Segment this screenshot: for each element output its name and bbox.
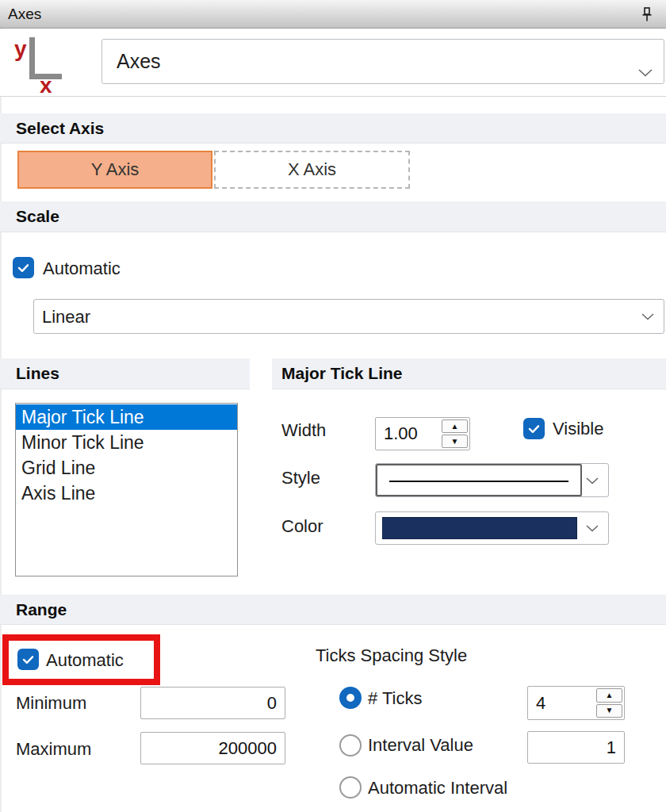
x-axis-button[interactable]: X Axis — [214, 151, 410, 189]
spin-down-button[interactable]: ▼ — [596, 704, 622, 718]
visible-checkbox[interactable] — [523, 418, 545, 439]
width-value: 1.00 — [384, 418, 418, 450]
range-section-header: Range — [0, 595, 666, 625]
num-ticks-value: 4 — [536, 687, 545, 719]
ticks-spacing-style-label: Ticks Spacing Style — [316, 645, 467, 666]
scale-heading: Scale — [16, 207, 59, 226]
interval-value-label: Interval Value — [368, 735, 473, 756]
triangle-up-icon: ▲ — [451, 423, 459, 431]
maximum-input[interactable] — [140, 732, 285, 764]
chevron-down-icon — [641, 309, 654, 324]
width-label: Width — [281, 420, 326, 441]
panel-title: Axes — [8, 6, 41, 23]
range-heading: Range — [16, 600, 67, 619]
lines-section-header: Lines — [0, 358, 250, 389]
interval-value-radio[interactable] — [339, 734, 362, 756]
automatic-interval-radio[interactable] — [339, 776, 362, 799]
visible-label: Visible — [553, 419, 603, 439]
y-axis-button[interactable]: Y Axis — [17, 151, 212, 189]
annotation-highlight-box — [2, 634, 160, 685]
scale-automatic-checkbox[interactable] — [13, 257, 34, 278]
color-label: Color — [281, 516, 323, 537]
color-swatch — [382, 517, 577, 539]
line-style-preview — [376, 464, 582, 496]
chevron-down-icon — [586, 521, 599, 535]
num-ticks-spinner[interactable]: 4 ▲ ▼ — [527, 686, 625, 720]
num-ticks-radio[interactable] — [339, 687, 362, 709]
lines-list[interactable]: Major Tick Line Minor Tick Line Grid Lin… — [15, 403, 238, 576]
chevron-down-icon — [586, 473, 599, 488]
maximum-label: Maximum — [16, 739, 91, 760]
chevron-down-icon — [638, 59, 653, 82]
list-item[interactable]: Major Tick Line — [16, 404, 237, 430]
pin-icon[interactable] — [641, 6, 653, 23]
xy-axes-icon: y x — [8, 34, 71, 98]
svg-text:x: x — [40, 73, 52, 94]
x-axis-button-label: X Axis — [288, 159, 336, 180]
triangle-down-icon: ▼ — [451, 438, 459, 446]
panel-selector-dropdown[interactable]: Axes — [101, 39, 664, 84]
triangle-up-icon: ▲ — [606, 691, 614, 699]
axes-properties-panel: Axes y x Axes Select Axis Y — [0, 0, 666, 812]
panel-titlebar: Axes — [0, 0, 666, 29]
spin-up-button[interactable]: ▲ — [442, 419, 468, 433]
scale-type-value: Linear — [42, 307, 90, 327]
lines-heading: Lines — [16, 364, 59, 383]
panel-left-border — [0, 29, 2, 812]
spin-up-button[interactable]: ▲ — [596, 688, 622, 703]
list-item[interactable]: Minor Tick Line — [16, 430, 237, 455]
width-spinner[interactable]: 1.00 ▲ ▼ — [375, 417, 470, 450]
scale-section-header: Scale — [0, 201, 666, 232]
solid-line-icon — [389, 481, 568, 482]
scale-automatic-label: Automatic — [43, 259, 121, 279]
style-label: Style — [281, 468, 320, 488]
spin-down-button[interactable]: ▼ — [442, 435, 468, 448]
num-ticks-label: # Ticks — [368, 688, 422, 709]
line-style-dropdown[interactable] — [375, 463, 609, 497]
interval-value-input[interactable] — [527, 731, 625, 764]
check-icon — [526, 421, 542, 436]
major-tick-line-section-header: Major Tick Line — [272, 358, 666, 389]
triangle-down-icon: ▼ — [606, 707, 614, 714]
select-axis-section-header: Select Axis — [0, 113, 666, 144]
scale-type-dropdown[interactable]: Linear — [33, 299, 664, 334]
y-axis-button-label: Y Axis — [91, 159, 140, 180]
panel-selector-value: Axes — [117, 50, 161, 73]
minimum-label: Minimum — [16, 693, 86, 714]
minimum-input[interactable] — [140, 687, 285, 719]
list-item[interactable]: Axis Line — [16, 481, 237, 506]
select-axis-heading: Select Axis — [16, 119, 104, 138]
check-icon — [16, 260, 31, 275]
automatic-interval-label: Automatic Interval — [368, 778, 507, 799]
svg-text:y: y — [14, 36, 27, 61]
panel-header: y x Axes — [0, 29, 666, 97]
major-tick-line-heading: Major Tick Line — [281, 364, 403, 383]
line-color-dropdown[interactable] — [375, 511, 609, 545]
list-item[interactable]: Grid Line — [16, 455, 237, 481]
